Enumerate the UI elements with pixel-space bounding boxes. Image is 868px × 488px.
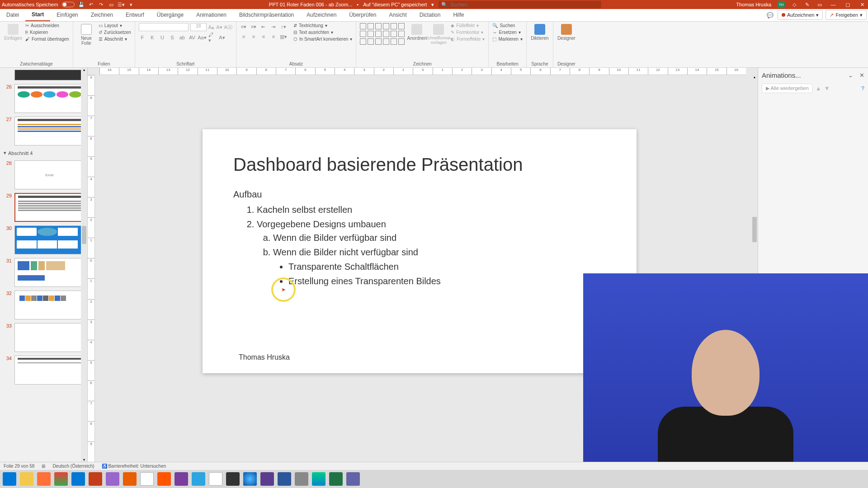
teams-icon[interactable] <box>346 472 360 486</box>
share-button[interactable]: Freigeben ▾ <box>826 10 867 20</box>
slide-title[interactable]: Dashboard basierende Präsentation <box>233 155 606 175</box>
tab-start[interactable]: Start <box>25 9 50 21</box>
edge-icon[interactable] <box>312 472 326 486</box>
replace-button[interactable]: ↔ Ersetzen ▾ <box>492 30 522 35</box>
app-icon[interactable] <box>209 472 222 486</box>
tab-zeichnen[interactable]: Zeichnen <box>85 9 119 21</box>
app-icon[interactable] <box>295 472 308 486</box>
select-button[interactable]: ⬚ Markieren ▾ <box>492 37 522 42</box>
filename-chevron-icon[interactable]: ▾ <box>431 2 434 8</box>
coming-soon-icon[interactable]: ◇ <box>791 1 797 8</box>
tab-animationen[interactable]: Animationen <box>190 9 233 21</box>
app-icon[interactable] <box>243 472 257 486</box>
chrome-icon[interactable] <box>54 472 68 486</box>
outline-button[interactable]: ✎ Formkontur ▾ <box>451 30 485 35</box>
clear-format-icon[interactable]: Aⓧ <box>224 24 232 31</box>
tab-bildschirm[interactable]: Bildschirmpräsentation <box>233 9 300 21</box>
maximize-button[interactable]: ▢ <box>844 1 852 8</box>
app-icon[interactable] <box>157 472 171 486</box>
outlook-icon[interactable] <box>71 472 85 486</box>
accessibility-check[interactable]: ♿ Barrierefreiheit: Untersuchen <box>102 464 166 469</box>
language-status[interactable]: Deutsch (Österreich) <box>52 464 94 469</box>
font-select[interactable] <box>139 23 189 31</box>
undo-icon[interactable]: ↶ <box>88 1 94 8</box>
cut-button[interactable]: ✂ Ausschneiden <box>25 23 69 28</box>
slide-thumb-32[interactable]: 32 <box>0 289 87 321</box>
increase-indent-icon[interactable]: ⇥ <box>270 23 277 30</box>
redo-icon[interactable]: ↷ <box>98 1 104 8</box>
tab-aufzeichnen[interactable]: Aufzeichnen <box>300 9 343 21</box>
smartart-button[interactable]: ⬡ In SmartArt konvertieren ▾ <box>293 37 352 42</box>
autosave-toggle[interactable] <box>62 2 75 7</box>
drawing-tools-icon[interactable]: ✎ <box>804 1 810 8</box>
scroll-thumb[interactable] <box>752 217 757 242</box>
shadow-button[interactable]: ab <box>179 34 186 41</box>
layout-button[interactable]: ▭ Layout ▾ <box>99 23 131 28</box>
columns-icon[interactable]: ▥▾ <box>280 33 287 40</box>
telegram-icon[interactable] <box>192 472 205 486</box>
pane-close-icon[interactable]: ✕ <box>859 72 864 79</box>
new-slide-button[interactable]: Neue Folie <box>77 23 96 46</box>
comments-icon[interactable]: 💬 <box>767 12 774 19</box>
scroll-thumb[interactable] <box>82 226 86 244</box>
tab-einfuegen[interactable]: Einfügen <box>50 9 84 21</box>
text-direction-button[interactable]: ⇵ Textrichtung ▾ <box>293 23 352 28</box>
reset-button[interactable]: ↺ Zurücksetzen <box>99 30 131 35</box>
slide-thumb-27[interactable]: 27 <box>0 115 87 147</box>
slide-thumb-31[interactable]: 31 <box>0 256 87 289</box>
tab-hilfe[interactable]: Hilfe <box>447 9 470 21</box>
obs-icon[interactable] <box>226 472 240 486</box>
onenote-icon[interactable] <box>175 472 188 486</box>
pane-collapse-icon[interactable]: ⌄ <box>848 72 853 79</box>
user-name[interactable]: Thomas Hruska <box>736 2 771 7</box>
minimize-button[interactable]: — <box>829 1 837 8</box>
word-icon[interactable] <box>278 472 291 486</box>
designer-button[interactable]: Designer <box>557 23 576 41</box>
excel-icon[interactable] <box>329 472 343 486</box>
slide-counter[interactable]: Folie 29 von 58 <box>4 464 34 469</box>
slide-thumb-25[interactable] <box>0 68 87 82</box>
font-color-button[interactable]: A▾ <box>218 34 226 41</box>
start-button[interactable] <box>3 472 16 486</box>
align-text-button[interactable]: ⊟ Text ausrichten ▾ <box>293 30 352 35</box>
scroll-up-icon[interactable]: ▴ <box>81 68 87 72</box>
effects-button[interactable]: ◐ Formeffekte ▾ <box>451 37 485 42</box>
search-box[interactable]: 🔍 <box>439 1 601 8</box>
scroll-down-icon[interactable]: ▾ <box>81 458 87 462</box>
bullets-icon[interactable]: ≡▾ <box>240 23 247 30</box>
slide-thumb-29[interactable]: 29 <box>0 191 87 224</box>
align-left-icon[interactable]: ≡ <box>240 33 247 40</box>
user-avatar[interactable]: TH <box>778 1 785 8</box>
explorer-icon[interactable] <box>20 472 33 486</box>
move-up-icon[interactable]: ▲ <box>816 85 821 92</box>
highlight-button[interactable]: 🖍▾ <box>208 34 216 41</box>
dictate-button[interactable]: Diktieren <box>530 23 549 41</box>
slide-thumb-26[interactable]: 26 <box>0 82 87 115</box>
windows-taskbar[interactable] <box>0 470 868 488</box>
format-painter-button[interactable]: 🖌 Format übertragen <box>25 37 69 42</box>
save-location[interactable]: Auf "diesem PC" gespeichert <box>363 2 427 7</box>
shapes-gallery[interactable] <box>360 23 405 45</box>
find-button[interactable]: 🔍 Suchen <box>492 23 522 28</box>
tab-ansicht[interactable]: Ansicht <box>382 9 413 21</box>
font-size-select[interactable]: 18 <box>190 23 207 31</box>
start-slideshow-icon[interactable]: ▭ <box>108 1 114 8</box>
move-down-icon[interactable]: ▼ <box>824 85 830 92</box>
help-icon[interactable]: ? <box>861 85 864 92</box>
app-icon[interactable] <box>260 472 274 486</box>
slide-thumb-30[interactable]: 30 <box>0 224 87 256</box>
search-input[interactable] <box>450 2 599 7</box>
italic-button[interactable]: K <box>149 34 156 41</box>
save-icon[interactable]: 💾 <box>78 1 85 8</box>
file-name[interactable]: PPT 01 Roter Faden 006 - ab Zoom... <box>269 2 352 7</box>
strike-button[interactable]: S <box>169 34 176 41</box>
numbering-icon[interactable]: ≡▾ <box>250 23 257 30</box>
slide-panel[interactable]: 26 27 ▾Abschnitt 4 28Ende 29 30 31 32 33… <box>0 68 88 462</box>
tab-datei[interactable]: Datei <box>0 9 25 21</box>
section-button[interactable]: ☰ Abschnitt ▾ <box>99 37 131 42</box>
decrease-indent-icon[interactable]: ⇤ <box>260 23 267 30</box>
shrink-font-icon[interactable]: A▾ <box>216 24 222 30</box>
app-icon[interactable] <box>140 472 154 486</box>
align-center-icon[interactable]: ≡ <box>250 33 257 40</box>
slide-thumb-28[interactable]: 28Ende <box>0 159 87 191</box>
